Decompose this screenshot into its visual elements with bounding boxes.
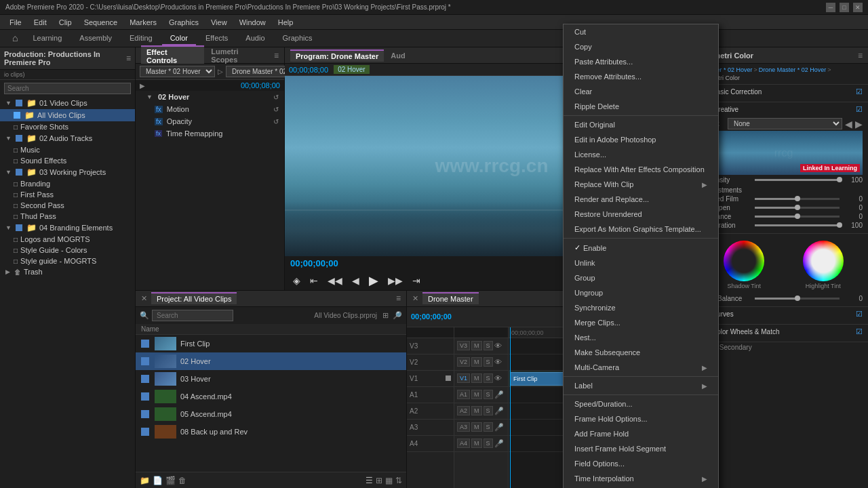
m-btn[interactable]: M <box>471 373 482 383</box>
curves-enabled-checkbox[interactable]: ☑ <box>856 310 863 319</box>
a1-toggle[interactable]: A1 <box>457 390 470 399</box>
tab-audio[interactable]: Audio <box>237 32 273 45</box>
s-btn[interactable]: S <box>484 390 493 399</box>
tab-effects[interactable]: Effects <box>197 32 236 45</box>
s-btn[interactable]: S <box>484 373 493 383</box>
s-btn[interactable]: S <box>484 341 493 350</box>
v1-toggle[interactable]: V1 <box>457 373 470 383</box>
menu-edit[interactable]: Edit <box>28 17 52 28</box>
creative-header[interactable]: ▼ Creative ☑ <box>705 105 863 114</box>
program-monitor-tab[interactable]: Program: Drone Master <box>290 49 384 62</box>
ctx-merge-clips[interactable]: Merge Clips... <box>564 315 718 330</box>
v3-toggle[interactable]: V3 <box>457 341 470 350</box>
saturation-value[interactable]: 100 <box>842 222 863 229</box>
bin-search-icon[interactable]: 🔎 <box>393 311 402 320</box>
faded-film-slider[interactable] <box>755 198 840 200</box>
list-view-icon[interactable]: ☰ <box>366 476 373 485</box>
tab-graphics[interactable]: Graphics <box>275 32 321 45</box>
ctx-nest[interactable]: Nest... <box>564 330 718 345</box>
ctx-insert-frame-hold[interactable]: Insert Frame Hold Segment <box>564 441 718 456</box>
step-forward-icon[interactable]: ▶▶ <box>385 274 406 287</box>
tree-item-04-branding[interactable]: ▼ 📁 04 Branding Elements <box>0 222 135 234</box>
tree-item-second-pass[interactable]: □ Second Pass <box>0 200 135 211</box>
ctx-multi-camera[interactable]: Multi-Camera▶ <box>564 360 718 375</box>
eye-icon[interactable]: 👁 <box>494 342 502 350</box>
close-timeline-icon[interactable]: ✕ <box>412 294 418 303</box>
mic-icon[interactable]: 🎤 <box>494 390 504 399</box>
menu-sequence[interactable]: Sequence <box>79 17 123 28</box>
reset-icon[interactable]: ↺ <box>273 118 279 125</box>
m-btn[interactable]: M <box>471 357 482 367</box>
basic-enabled-checkbox[interactable]: ☑ <box>856 87 863 96</box>
ctx-license[interactable]: License... <box>564 147 718 162</box>
ctx-paste-attributes[interactable]: Paste Attributes... <box>564 54 718 69</box>
tl-timecode[interactable]: 00;00;00;00 <box>411 312 452 321</box>
s-btn[interactable]: S <box>484 357 493 367</box>
project-item-05-ascend[interactable]: 05 Ascend.mp4 <box>136 405 406 423</box>
tab-color[interactable]: Color <box>162 32 196 45</box>
cwm-enabled-checkbox[interactable]: ☑ <box>856 327 863 336</box>
eye-icon[interactable]: 👁 <box>494 358 502 366</box>
tree-item-02-audio-tracks[interactable]: ▼ 📁 02 Audio Tracks <box>0 132 135 144</box>
ctx-remove-attributes[interactable]: Remove Attributes... <box>564 69 718 84</box>
curves-header[interactable]: ▶ Curves ☑ <box>705 310 863 319</box>
tab-home[interactable]: ⌂ <box>7 31 23 46</box>
ctx-copy[interactable]: Copy <box>564 39 718 54</box>
panel-menu-icon[interactable]: ≡ <box>858 51 863 60</box>
play-back-icon[interactable]: ◀ <box>349 274 362 287</box>
left-panel-search-input[interactable] <box>4 83 131 94</box>
look-prev-icon[interactable]: ◀ <box>845 119 852 129</box>
faded-film-value[interactable]: 0 <box>842 195 863 203</box>
project-tab[interactable]: Project: All Video Clips <box>151 292 237 304</box>
close-panel-icon[interactable]: ✕ <box>141 294 147 303</box>
tree-item-first-pass[interactable]: □ First Pass <box>0 189 135 200</box>
a2-toggle[interactable]: A2 <box>457 406 470 415</box>
ec-opacity[interactable]: fx Opacity ↺ <box>136 115 284 127</box>
saturation-slider[interactable] <box>755 224 840 226</box>
tree-item-sound-effects[interactable]: □ Sound Effects <box>0 155 135 166</box>
tint-balance-value[interactable]: 0 <box>842 295 863 302</box>
ctx-frame-hold-options[interactable]: Frame Hold Options... <box>564 411 718 426</box>
tree-item-03-working[interactable]: ▼ 📁 03 Working Projects <box>0 166 135 178</box>
a3-toggle[interactable]: A3 <box>457 422 470 432</box>
tree-item-thud-pass[interactable]: □ Thud Pass <box>0 211 135 222</box>
reset-icon[interactable]: ↺ <box>273 94 279 101</box>
play-in-icon[interactable]: ⇤ <box>307 274 321 287</box>
ctx-ungroup[interactable]: Ungroup <box>564 285 718 300</box>
add-marker-icon[interactable]: ◈ <box>290 274 303 287</box>
s-btn[interactable]: S <box>484 439 493 448</box>
look-select[interactable]: None <box>728 118 842 129</box>
ctx-unlink[interactable]: Unlink <box>564 256 718 270</box>
eye-icon[interactable]: 👁 <box>494 374 502 382</box>
menu-clip[interactable]: Clip <box>54 17 77 28</box>
left-panel-menu-icon[interactable]: ≡ <box>126 54 131 63</box>
intensity-slider[interactable] <box>755 179 840 181</box>
sort-icon[interactable]: ⇅ <box>395 476 402 485</box>
ctx-add-frame-hold[interactable]: Add Frame Hold <box>564 426 718 441</box>
tree-item-01-video-clips[interactable]: ▼ 📁 01 Video Clips <box>0 97 135 109</box>
ec-time-remap[interactable]: fx Time Remapping <box>136 127 284 140</box>
sharpen-value[interactable]: 0 <box>842 204 863 211</box>
menu-markers[interactable]: Markers <box>124 17 162 28</box>
ctx-clear[interactable]: Clear <box>564 84 718 99</box>
tree-item-trash[interactable]: ▶ 🗑 Trash <box>0 266 135 277</box>
ctx-ripple-delete[interactable]: Ripple Delete <box>564 99 718 114</box>
menu-window[interactable]: Window <box>234 17 271 28</box>
m-btn[interactable]: M <box>471 439 482 448</box>
project-item-08-backup[interactable]: 08 Back up and Rev <box>136 423 406 441</box>
bin-menu-icon[interactable]: ⊞ <box>382 311 389 320</box>
lumetri-scopes-tab[interactable]: Lumetri Scopes <box>211 47 266 64</box>
ctx-render-replace[interactable]: Render and Replace... <box>564 192 718 207</box>
tree-item-all-video-clips[interactable]: 📁 All Video Clips <box>0 109 135 121</box>
s-btn[interactable]: S <box>484 422 493 432</box>
ctx-replace-clip[interactable]: Replace With Clip▶ <box>564 177 718 192</box>
mic-icon[interactable]: 🎤 <box>494 407 504 415</box>
highlight-tint-wheel[interactable] <box>803 241 844 281</box>
panel-menu-icon[interactable]: ≡ <box>396 293 401 303</box>
new-bin-icon[interactable]: 📁 <box>140 476 150 485</box>
ctx-synchronize[interactable]: Synchronize <box>564 300 718 315</box>
menu-file[interactable]: File <box>4 17 27 28</box>
grid-view-icon[interactable]: ⊞ <box>376 476 382 485</box>
program-timecode[interactable]: 00;00;00;00 <box>290 258 338 268</box>
new-item-icon[interactable]: 📄 <box>153 476 163 485</box>
